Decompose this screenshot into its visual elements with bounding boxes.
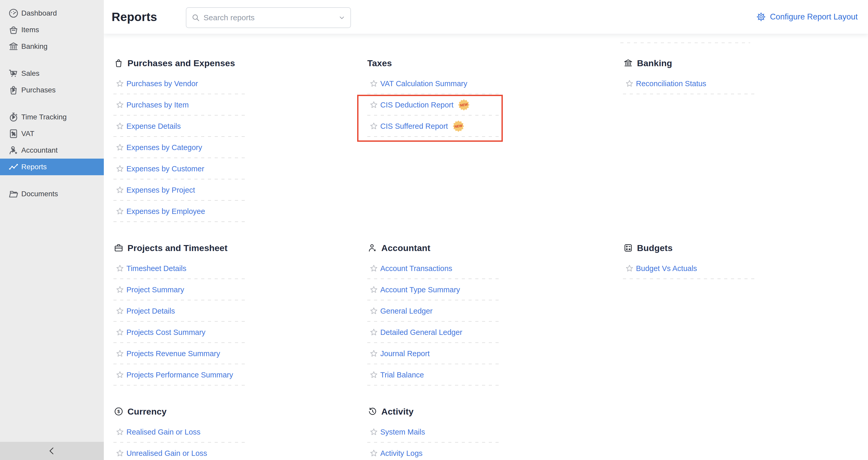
section-activity: ActivitySystem MailsActivity Logs	[367, 404, 500, 460]
report-link-expenses-by-customer[interactable]: Expenses by Customer	[126, 164, 204, 173]
favorite-star-icon[interactable]	[369, 122, 378, 130]
report-link-account-transactions[interactable]: Account Transactions	[380, 264, 452, 273]
favorite-star-icon[interactable]	[369, 449, 378, 458]
sidebar-item-time-tracking[interactable]: Time Tracking	[0, 109, 104, 125]
report-link-journal-report[interactable]: Journal Report	[380, 349, 430, 358]
chevron-right-icon	[8, 111, 19, 123]
report-link-projects-performance-summary[interactable]: Projects Performance Summary	[126, 371, 233, 379]
report-link-expense-details[interactable]: Expense Details	[126, 122, 181, 130]
favorite-star-icon[interactable]	[116, 122, 124, 130]
report-search-combobox[interactable]	[186, 7, 351, 28]
report-link-purchases-by-item[interactable]: Purchases by Item	[126, 101, 189, 109]
favorite-star-icon[interactable]	[369, 285, 378, 294]
chevron-right-icon	[8, 84, 19, 96]
sidebar-item-vat[interactable]: VAT	[0, 125, 104, 142]
sidebar-item-label: Time Tracking	[21, 113, 67, 121]
report-row-realised-gain-or-loss: Realised Gain or Loss	[114, 421, 246, 442]
section-title: Currency	[127, 406, 167, 417]
report-row-detailed-general-ledger: Detailed General Ledger	[367, 321, 500, 343]
sidebar-item-accountant[interactable]: Accountant	[0, 142, 104, 159]
favorite-star-icon[interactable]	[369, 264, 378, 273]
favorite-star-icon[interactable]	[116, 328, 124, 337]
report-link-budget-vs-actuals[interactable]: Budget Vs Actuals	[636, 264, 697, 273]
sidebar-item-reports[interactable]: Reports	[0, 159, 104, 175]
sidebar-item-banking[interactable]: Banking	[0, 38, 104, 55]
report-link-timesheet-details[interactable]: Timesheet Details	[126, 264, 186, 273]
section-header-purchases-and-expenses: Purchases and Expenses	[114, 56, 246, 70]
section-title: Taxes	[367, 58, 392, 68]
favorite-star-icon[interactable]	[369, 428, 378, 436]
report-link-account-type-summary[interactable]: Account Type Summary	[380, 285, 460, 294]
report-row-account-transactions: Account Transactions	[367, 258, 500, 279]
favorite-star-icon[interactable]	[116, 143, 124, 152]
chevron-right-icon	[8, 68, 19, 79]
report-row-expense-details: Expense Details	[114, 116, 246, 137]
page-title: Reports	[112, 0, 157, 34]
favorite-star-icon[interactable]	[116, 428, 124, 436]
favorite-star-icon[interactable]	[369, 328, 378, 337]
report-link-expenses-by-employee[interactable]: Expenses by Employee	[126, 207, 205, 216]
row-separator	[114, 385, 246, 386]
favorite-star-icon[interactable]	[116, 285, 124, 294]
report-link-detailed-general-ledger[interactable]: Detailed General Ledger	[380, 328, 462, 337]
report-link-cis-deduction-report[interactable]: CIS Deduction Report	[380, 101, 454, 109]
report-row-project-details: Project Details	[114, 300, 246, 321]
report-row-cis-deduction-report: CIS Deduction ReportNEW	[367, 94, 500, 116]
report-row-vat-calculation-summary: VAT Calculation Summary	[367, 73, 500, 94]
favorite-star-icon[interactable]	[625, 264, 634, 273]
favorite-star-icon[interactable]	[116, 307, 124, 315]
favorite-star-icon[interactable]	[116, 164, 124, 173]
favorite-star-icon[interactable]	[116, 449, 124, 458]
sidebar-item-purchases[interactable]: Purchases	[0, 82, 104, 98]
report-link-projects-cost-summary[interactable]: Projects Cost Summary	[126, 328, 206, 337]
sidebar-item-label: Documents	[21, 190, 58, 198]
report-link-system-mails[interactable]: System Mails	[380, 428, 425, 436]
sidebar-item-documents[interactable]: Documents	[0, 186, 104, 202]
report-link-unrealised-gain-or-loss[interactable]: Unrealised Gain or Loss	[126, 449, 207, 458]
sidebar-item-dashboard[interactable]: Dashboard	[0, 5, 104, 22]
report-link-project-details[interactable]: Project Details	[126, 307, 175, 315]
collapse-sidebar-button[interactable]	[0, 442, 104, 460]
favorite-star-icon[interactable]	[625, 79, 634, 88]
sidebar-item-sales[interactable]: Sales	[0, 65, 104, 82]
report-link-vat-calculation-summary[interactable]: VAT Calculation Summary	[380, 80, 467, 88]
folder-icon	[8, 188, 19, 200]
report-row-unrealised-gain-or-loss: Unrealised Gain or Loss	[114, 442, 246, 460]
report-link-projects-revenue-summary[interactable]: Projects Revenue Summary	[126, 349, 220, 358]
section-projects-and-timesheet: Projects and TimesheetTimesheet DetailsP…	[114, 241, 246, 386]
report-row-purchases-by-vendor: Purchases by Vendor	[114, 73, 246, 94]
report-link-expenses-by-project[interactable]: Expenses by Project	[126, 186, 195, 194]
section-header-budgets: Budgets	[623, 241, 755, 255]
favorite-star-icon[interactable]	[116, 370, 124, 379]
report-link-realised-gain-or-loss[interactable]: Realised Gain or Loss	[126, 428, 200, 436]
search-input[interactable]	[203, 13, 338, 22]
section-title: Projects and Timesheet	[127, 243, 227, 253]
configure-report-layout-link[interactable]: Configure Report Layout	[756, 0, 858, 34]
favorite-star-icon[interactable]	[116, 186, 124, 194]
report-link-general-ledger[interactable]: General Ledger	[380, 307, 433, 315]
report-link-project-summary[interactable]: Project Summary	[126, 285, 184, 294]
favorite-star-icon[interactable]	[116, 264, 124, 273]
report-link-activity-logs[interactable]: Activity Logs	[380, 449, 423, 458]
report-link-cis-suffered-report[interactable]: CIS Suffered Report	[380, 122, 448, 130]
favorite-star-icon[interactable]	[369, 370, 378, 379]
report-link-expenses-by-category[interactable]: Expenses by Category	[126, 143, 202, 152]
favorite-star-icon[interactable]	[369, 100, 378, 109]
favorite-star-icon[interactable]	[116, 207, 124, 216]
history-clock-icon	[367, 406, 378, 417]
favorite-star-icon[interactable]	[116, 100, 124, 109]
report-row-general-ledger: General Ledger	[367, 300, 500, 321]
favorite-star-icon[interactable]	[369, 79, 378, 88]
report-link-reconciliation-status[interactable]: Reconciliation Status	[636, 80, 706, 88]
section-title: Purchases and Expenses	[127, 58, 235, 68]
favorite-star-icon[interactable]	[116, 79, 124, 88]
report-link-trial-balance[interactable]: Trial Balance	[380, 371, 424, 379]
favorite-star-icon[interactable]	[369, 349, 378, 358]
chevron-down-icon[interactable]	[338, 14, 346, 22]
row-separator	[623, 279, 755, 279]
partial-separator	[620, 42, 750, 43]
report-link-purchases-by-vendor[interactable]: Purchases by Vendor	[126, 80, 198, 88]
favorite-star-icon[interactable]	[116, 349, 124, 358]
sidebar-item-items[interactable]: Items	[0, 22, 104, 38]
favorite-star-icon[interactable]	[369, 307, 378, 315]
